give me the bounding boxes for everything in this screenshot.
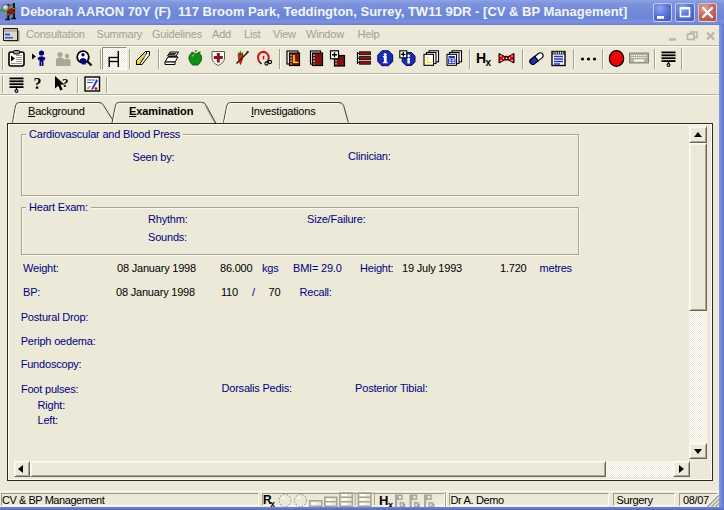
svg-text:?: ? — [34, 75, 42, 92]
svg-text:x: x — [270, 498, 275, 507]
svg-text:x: x — [486, 57, 492, 67]
svg-text:L: L — [293, 54, 299, 65]
svg-text:L: L — [426, 54, 432, 65]
svg-text:H: H — [476, 50, 486, 66]
svg-text:?: ? — [62, 75, 68, 90]
svg-text:H: H — [379, 493, 388, 508]
